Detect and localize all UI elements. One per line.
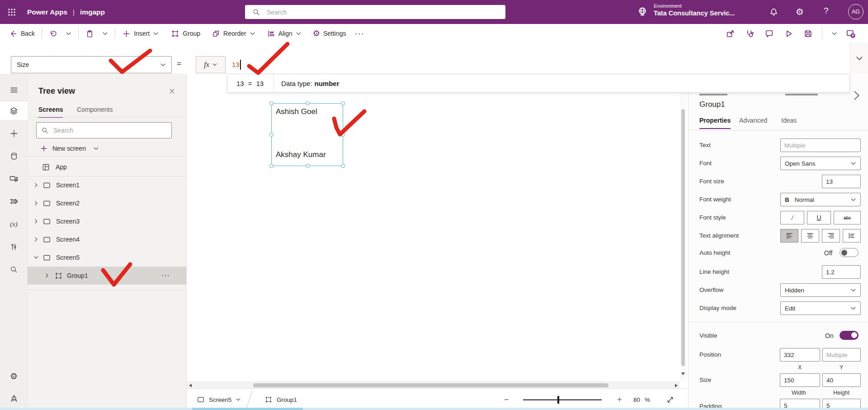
brand-title[interactable]: Power Apps [27, 8, 67, 16]
chevron-right-icon[interactable] [33, 237, 39, 242]
insert-icon[interactable] [0, 124, 28, 143]
selected-group[interactable]: Ashish Goel Akshay Kumar [271, 103, 343, 166]
chevron-right-icon[interactable] [33, 200, 39, 206]
canvas[interactable]: Ashish Goel Akshay Kumar [187, 74, 688, 381]
horizontal-scrollbar[interactable] [187, 381, 680, 388]
size-height-input[interactable] [822, 373, 861, 387]
tree-item-screen5[interactable]: Screen5 [28, 248, 187, 267]
help-icon[interactable]: ? [824, 6, 829, 16]
vertical-scrollbar-thumb[interactable] [681, 109, 685, 366]
align-justify-button[interactable] [843, 229, 861, 243]
align-button[interactable]: Align [267, 29, 302, 38]
undo-button[interactable] [49, 29, 57, 38]
avatar[interactable]: AG [848, 4, 863, 19]
comments-icon[interactable] [764, 29, 774, 38]
font-size-input[interactable] [822, 175, 861, 188]
chevron-down-icon[interactable] [33, 255, 39, 260]
notifications-icon[interactable] [769, 7, 779, 17]
group-button[interactable]: Group [171, 29, 200, 38]
zoom-slider-thumb[interactable] [557, 396, 559, 404]
align-left-button[interactable] [780, 229, 798, 243]
settings-gear-icon[interactable]: ⚙ [796, 6, 804, 17]
vertical-scrollbar[interactable] [680, 74, 686, 381]
paste-dropdown-icon[interactable] [102, 31, 108, 37]
new-screen-button[interactable]: New screen [28, 139, 187, 157]
selection-handle[interactable] [341, 133, 345, 137]
item-more-icon[interactable]: ··· [161, 272, 170, 280]
app-settings-icon[interactable]: ⚙ [0, 367, 28, 385]
display-mode-dropdown[interactable]: Edit [780, 301, 861, 315]
settings-button[interactable]: ⚙ Settings [313, 29, 346, 38]
align-center-button[interactable] [801, 229, 819, 243]
tree-item-screen2[interactable]: Screen2 [28, 194, 187, 212]
canvas-label-top[interactable]: Ashish Goel [276, 107, 317, 116]
close-icon[interactable] [169, 88, 175, 95]
selection-handle[interactable] [306, 101, 310, 105]
breadcrumb-control[interactable]: Group1 [264, 389, 297, 410]
align-right-button[interactable] [822, 229, 840, 243]
save-icon[interactable] [803, 29, 813, 38]
tab-properties[interactable]: Properties [699, 117, 731, 129]
app-checker-icon[interactable] [745, 29, 755, 38]
tree-search-input[interactable] [52, 126, 156, 134]
tab-components[interactable]: Components [77, 106, 113, 113]
tree-view-icon[interactable] [0, 102, 28, 120]
variables-icon[interactable]: (x) [0, 215, 28, 233]
waffle-icon[interactable] [6, 7, 17, 18]
chevron-down-icon[interactable] [236, 397, 241, 402]
breadcrumb-screen[interactable]: Screen5 [197, 389, 241, 410]
environment-switcher[interactable]: Environment Tata Consultancy Servic... [654, 3, 735, 17]
selection-handle[interactable] [269, 101, 274, 105]
fit-to-window-icon[interactable] [666, 389, 675, 410]
global-search[interactable] [245, 5, 505, 19]
undo-dropdown-icon[interactable] [66, 31, 71, 37]
visible-toggle[interactable] [840, 331, 859, 340]
line-height-input[interactable] [822, 265, 861, 279]
reorder-button[interactable]: Reorder [212, 29, 255, 38]
selection-handle[interactable] [306, 164, 310, 168]
horizontal-scrollbar-thumb[interactable] [253, 383, 609, 387]
position-y-input[interactable] [822, 348, 861, 362]
search-icon[interactable] [0, 260, 28, 278]
formula-value[interactable]: 13 [232, 61, 240, 68]
tree-item-screen1[interactable]: Screen1 [28, 176, 187, 194]
canvas-label-bottom[interactable]: Akshay Kumar [276, 150, 326, 159]
panel-collapse-icon[interactable] [852, 90, 862, 101]
back-button[interactable]: Back [9, 29, 35, 38]
tab-advanced[interactable]: Advanced [739, 117, 767, 124]
zoom-value[interactable]: 80 [633, 389, 640, 410]
fx-button[interactable]: fx [196, 56, 226, 73]
more-commands-icon[interactable]: ··· [355, 29, 364, 38]
zoom-out-button[interactable]: − [504, 389, 509, 410]
publish-icon[interactable] [845, 28, 856, 39]
selection-handle[interactable] [341, 101, 345, 105]
advanced-tools-icon[interactable] [0, 238, 28, 256]
property-selector[interactable]: Size [11, 56, 172, 73]
share-icon[interactable] [726, 29, 735, 38]
insert-button[interactable]: Insert [122, 29, 159, 38]
chevron-right-icon[interactable] [33, 182, 39, 188]
global-search-input[interactable] [266, 8, 474, 16]
tree-search[interactable] [36, 122, 172, 138]
size-width-input[interactable] [780, 373, 820, 387]
scroll-down-icon[interactable] [681, 372, 685, 375]
selection-handle[interactable] [269, 133, 274, 137]
tree-item-screen3[interactable]: Screen3 [28, 212, 187, 230]
chevron-right-icon[interactable] [33, 219, 39, 224]
data-icon[interactable] [0, 147, 28, 165]
save-dropdown-icon[interactable] [831, 31, 837, 37]
underline-button[interactable]: U [807, 211, 831, 224]
tree-item-screen4[interactable]: Screen4 [28, 230, 187, 248]
selection-handle[interactable] [269, 164, 274, 168]
font-dropdown[interactable]: Open Sans [780, 157, 861, 170]
zoom-slider[interactable] [523, 399, 602, 400]
position-x-input[interactable] [780, 348, 820, 362]
paste-button[interactable] [85, 29, 94, 38]
tab-screens[interactable]: Screens [38, 106, 63, 118]
tab-ideas[interactable]: Ideas [781, 117, 797, 124]
auto-height-toggle[interactable] [840, 248, 859, 257]
font-weight-dropdown[interactable]: B Normal [780, 193, 861, 206]
power-automate-icon[interactable] [0, 192, 28, 210]
overflow-dropdown[interactable]: Hidden [780, 283, 861, 297]
chevron-right-icon[interactable] [44, 273, 50, 278]
